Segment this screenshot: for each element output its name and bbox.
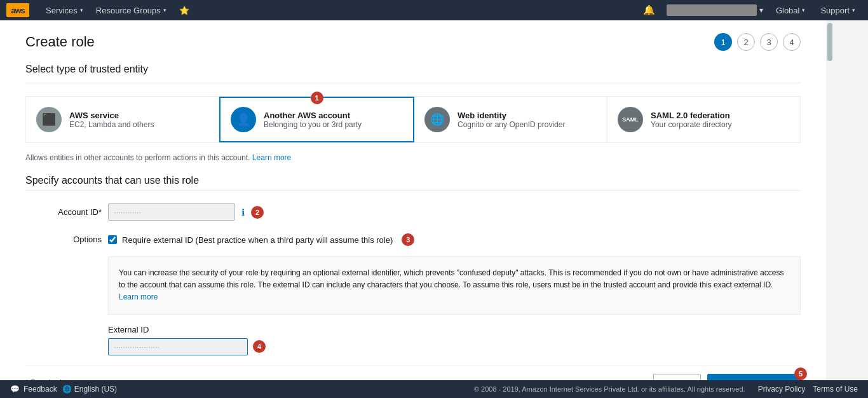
- account-id-info-icon[interactable]: ℹ: [241, 207, 245, 217]
- feedback-button[interactable]: 💬 Feedback: [10, 385, 57, 394]
- another-account-title: Another AWS account: [264, 111, 362, 120]
- another-account-icon: 👤: [231, 107, 256, 132]
- page-header: Create role 1 2 3 4: [25, 33, 801, 51]
- info-learn-more-link[interactable]: Learn more: [119, 292, 158, 301]
- account-id-row: Account ID* ℹ 2: [25, 203, 801, 221]
- options-label: Options: [51, 233, 102, 244]
- nav-right-section: 🔔 ████████████ ▾ Global ▾ Support ▾: [638, 0, 862, 20]
- entity-card-web-identity[interactable]: 🌐 Web identity Cognito or any OpenID pro…: [414, 97, 607, 142]
- top-navigation: aws Services ▾ Resource Groups ▾ ⭐ 🔔 ███…: [0, 0, 868, 20]
- resource-groups-menu[interactable]: Resource Groups ▾: [90, 0, 173, 20]
- aws-service-title: AWS service: [69, 111, 154, 120]
- web-identity-subtitle: Cognito or any OpenID provider: [458, 120, 565, 129]
- next-permissions-button[interactable]: Next: Permissions: [707, 374, 801, 380]
- divider-1: [25, 83, 801, 83]
- external-id-input[interactable]: [108, 338, 248, 355]
- step-4[interactable]: 4: [783, 33, 801, 51]
- aws-logo-text: aws: [11, 6, 25, 15]
- account-id-input[interactable]: [108, 203, 235, 221]
- specify-accounts-title: Specify accounts that can use this role: [25, 175, 801, 186]
- entity-card-aws-service[interactable]: ⬛ AWS service EC2, Lambda and others: [26, 97, 219, 142]
- saml-subtitle: Your corporate directory: [651, 120, 732, 129]
- language-selector[interactable]: 🌐 English (US): [62, 385, 117, 394]
- external-id-label: External ID: [108, 325, 801, 334]
- web-identity-icon: 🌐: [424, 107, 450, 132]
- aws-logo[interactable]: aws: [6, 3, 29, 17]
- account-id-display: ████████████: [667, 4, 757, 16]
- support-chevron-icon: ▾: [852, 7, 855, 13]
- required-note: * Required: [25, 378, 62, 380]
- notifications-bell-icon[interactable]: 🔔: [638, 4, 660, 16]
- step-2[interactable]: 2: [737, 33, 755, 51]
- favorites-icon[interactable]: ⭐: [173, 0, 196, 20]
- step-indicator: 1 2 3 4: [714, 33, 801, 51]
- step-1[interactable]: 1: [714, 33, 732, 51]
- step-badge-1: 1: [311, 92, 323, 104]
- step-badge-4: 4: [253, 340, 266, 353]
- external-id-info-box: You can increase the security of your ro…: [108, 256, 801, 315]
- main-content: Create role 1 2 3 4 Select type of trust…: [0, 20, 826, 380]
- require-external-id-checkbox[interactable]: [108, 235, 117, 244]
- services-menu[interactable]: Services ▾: [39, 0, 90, 20]
- divider-2: [25, 190, 801, 191]
- account-menu[interactable]: ████████████ ▾: [663, 4, 767, 16]
- cancel-button[interactable]: Cancel: [653, 374, 700, 380]
- privacy-policy-link[interactable]: Privacy Policy: [758, 385, 806, 394]
- bottom-links: Privacy Policy Terms of Use: [758, 385, 858, 394]
- feedback-bubble-icon: 💬: [10, 385, 20, 394]
- entity-cards-container: ⬛ AWS service EC2, Lambda and others 1 👤…: [25, 96, 801, 143]
- scrollbar[interactable]: [826, 20, 834, 380]
- services-chevron-icon: ▾: [80, 7, 83, 13]
- account-id-label: Account ID*: [51, 207, 102, 217]
- step-3[interactable]: 3: [760, 33, 778, 51]
- options-row: Options Require external ID (Best practi…: [25, 233, 801, 246]
- learn-more-link[interactable]: Learn more: [252, 153, 291, 162]
- require-external-id-row: Require external ID (Best practice when …: [108, 233, 414, 246]
- account-chevron-icon: ▾: [759, 6, 763, 15]
- saml-icon: SAML: [618, 107, 643, 132]
- step-badge-2: 2: [251, 206, 264, 219]
- saml-title: SAML 2.0 federation: [651, 111, 732, 120]
- resource-groups-chevron-icon: ▾: [163, 7, 166, 13]
- action-buttons: Cancel Next: Permissions 5: [653, 374, 801, 380]
- aws-service-icon: ⬛: [36, 107, 62, 132]
- another-account-subtitle: Belonging to you or 3rd party: [264, 120, 362, 129]
- require-external-id-label: Require external ID (Best practice when …: [122, 235, 393, 245]
- region-menu[interactable]: Global ▾: [770, 0, 812, 20]
- bottom-bar: 💬 Feedback 🌐 English (US) © 2008 - 2019,…: [0, 380, 868, 398]
- globe-icon: 🌐: [62, 385, 72, 394]
- description-text: Allows entities in other accounts to per…: [25, 153, 801, 162]
- external-id-section: External ID 4: [108, 325, 801, 355]
- trusted-entity-title: Select type of trusted entity: [25, 64, 801, 75]
- aws-service-subtitle: EC2, Lambda and others: [69, 120, 154, 129]
- step-badge-5: 5: [794, 367, 807, 380]
- page-title: Create role: [25, 34, 95, 50]
- scrollbar-thumb[interactable]: [827, 23, 832, 61]
- footer-actions: * Required Cancel Next: Permissions 5: [25, 366, 801, 380]
- entity-card-saml[interactable]: SAML SAML 2.0 federation Your corporate …: [607, 97, 800, 142]
- copyright-text: © 2008 - 2019, Amazon Internet Services …: [474, 385, 745, 393]
- region-chevron-icon: ▾: [802, 7, 805, 13]
- step-badge-3: 3: [402, 233, 414, 246]
- terms-of-use-link[interactable]: Terms of Use: [813, 385, 858, 394]
- web-identity-title: Web identity: [458, 111, 565, 120]
- entity-card-another-account[interactable]: 1 👤 Another AWS account Belonging to you…: [219, 97, 414, 142]
- support-menu[interactable]: Support ▾: [814, 0, 862, 20]
